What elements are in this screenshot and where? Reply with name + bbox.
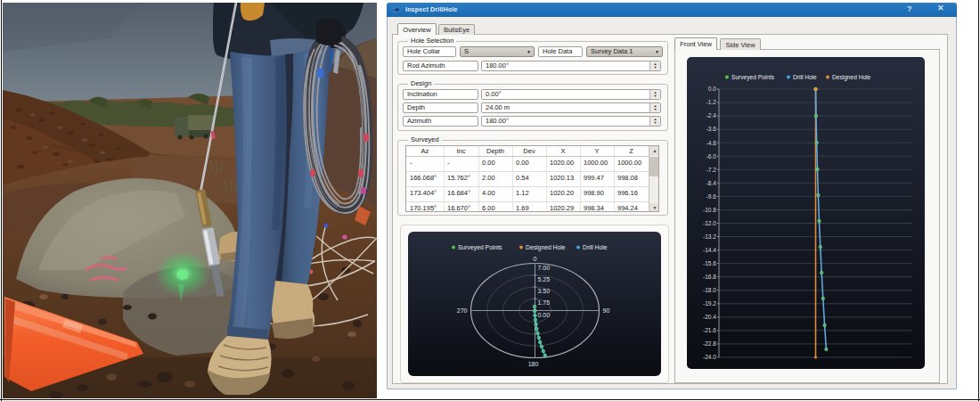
svg-text:Designed Hole: Designed Hole — [832, 74, 871, 81]
svg-text:-19.2: -19.2 — [703, 300, 716, 307]
svg-text:-24.0: -24.0 — [703, 354, 716, 360]
svg-text:-13.2: -13.2 — [703, 233, 716, 240]
svg-text:-1.2: -1.2 — [706, 99, 717, 105]
svg-text:-7.2: -7.2 — [706, 167, 717, 173]
svg-text:270: 270 — [457, 307, 468, 314]
svg-text:-16.8: -16.8 — [703, 274, 716, 280]
svg-text:-9.6: -9.6 — [706, 193, 717, 200]
svg-text:0: 0 — [534, 256, 537, 262]
svg-text:Surveyed Points: Surveyed Points — [731, 74, 775, 81]
svg-text:Drill Hole: Drill Hole — [583, 244, 608, 250]
svg-text:-3.6: -3.6 — [706, 126, 717, 132]
svg-text:-8.4: -8.4 — [706, 180, 717, 186]
svg-text:-4.8: -4.8 — [706, 140, 717, 146]
svg-text:-2.4: -2.4 — [706, 112, 717, 119]
svg-text:-22.8: -22.8 — [703, 340, 716, 347]
svg-text:180: 180 — [528, 361, 539, 367]
svg-text:1.75: 1.75 — [538, 299, 551, 306]
svg-text:0.0: 0.0 — [708, 86, 716, 92]
svg-text:-21.6: -21.6 — [703, 327, 716, 333]
svg-text:-12.0: -12.0 — [703, 220, 716, 226]
svg-text:5.25: 5.25 — [538, 276, 551, 282]
svg-text:-10.8: -10.8 — [703, 207, 716, 213]
svg-text:0.00: 0.00 — [538, 312, 551, 318]
svg-text:-20.4: -20.4 — [703, 314, 716, 320]
svg-text:Drill Hole: Drill Hole — [793, 74, 817, 80]
svg-text:-14.4: -14.4 — [703, 247, 716, 253]
svg-text:Surveyed Points: Surveyed Points — [458, 244, 502, 251]
svg-text:-18.0: -18.0 — [703, 287, 716, 293]
svg-text:-15.6: -15.6 — [703, 260, 716, 266]
svg-text:-6.0: -6.0 — [706, 153, 717, 160]
svg-text:Designed Hole: Designed Hole — [526, 244, 566, 251]
svg-text:3.50: 3.50 — [538, 288, 551, 294]
svg-text:90: 90 — [603, 307, 610, 314]
svg-text:7.00: 7.00 — [538, 265, 551, 271]
